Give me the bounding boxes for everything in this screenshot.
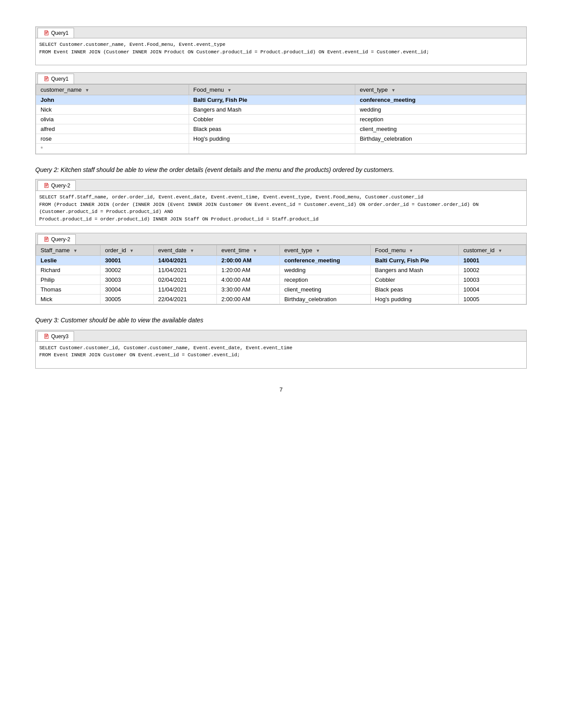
query1-section: 🖹 Query1 SELECT Customer.customer_name, …: [35, 26, 527, 154]
query3-sql-window: 🖹 Query3 SELECT Customer.customer_id, Cu…: [35, 330, 527, 369]
query1-col-event-type[interactable]: event_type ▼: [355, 85, 526, 95]
query3-tab-bar: 🖹 Query3: [36, 330, 526, 342]
sort-icon-time: ▼: [253, 248, 257, 253]
query2-tab-label: Query-2: [51, 183, 70, 189]
table-row: Leslie3000114/04/20212:00:00 AMconferenc…: [36, 256, 526, 265]
query1-sql-line1: SELECT Customer.customer_name, Event.Foo…: [39, 41, 523, 49]
query1-result-window: 🖹 Query1 customer_name ▼ Food_menu ▼ eve…: [35, 72, 527, 154]
query2-col-staff-name[interactable]: Staff_name ▼: [36, 245, 100, 256]
query1-result-tab[interactable]: 🖹 Query1: [37, 74, 74, 84]
query2-section: 🖹 Query-2 SELECT Staff.Staff_name, order…: [35, 179, 527, 305]
query3-sql-line2: FROM Event INNER JOIN Customer ON Event.…: [39, 351, 523, 359]
sort-icon-date: ▼: [190, 248, 194, 253]
query3-sql-line1: SELECT Customer.customer_id, Customer.cu…: [39, 344, 523, 352]
page-number: 7: [35, 386, 527, 393]
query2-sql-body: SELECT Staff.Staff_name, order.order_id,…: [36, 191, 526, 225]
query2-result-tab[interactable]: 🖹 Query-2: [37, 234, 76, 244]
sort-icon-customer: ▼: [85, 88, 89, 93]
query2-sql-line3: Product.product_id = order.product_id) I…: [39, 216, 523, 223]
query3-tab-icon: 🖹: [43, 333, 49, 340]
query2-col-customer-id[interactable]: customer_id ▼: [459, 245, 526, 256]
table-row: Philip3000302/04/20214:00:00 AMreception…: [36, 275, 526, 285]
table-row: Thomas3000411/04/20213:30:00 AMclient_me…: [36, 285, 526, 295]
query1-col-customer-name[interactable]: customer_name ▼: [36, 85, 189, 95]
query2-table-header-row: Staff_name ▼ order_id ▼ event_date ▼ eve…: [36, 245, 526, 256]
query2-col-event-time[interactable]: event_time ▼: [217, 245, 280, 256]
query3-section: 🖹 Query3 SELECT Customer.customer_id, Cu…: [35, 330, 527, 369]
sort-icon-food: ▼: [227, 88, 232, 93]
query2-tab-bar: 🖹 Query-2: [36, 179, 526, 191]
query2-result-window: 🖹 Query-2 Staff_name ▼ order_id ▼ event_…: [35, 233, 527, 305]
sort-icon-event: ▼: [391, 88, 395, 93]
query1-tab-label: Query1: [51, 30, 68, 36]
query2-tab-icon: 🖹: [43, 182, 49, 189]
table-row: NickBangers and Mashwedding: [36, 105, 526, 115]
query2-col-event-date[interactable]: event_date ▼: [153, 245, 217, 256]
query3-description: Query 3: Customer should be able to view…: [35, 315, 527, 325]
query1-col-food-menu[interactable]: Food_menu ▼: [189, 85, 355, 95]
query1-result-tab-label: Query1: [51, 76, 68, 82]
query2-col-order-id[interactable]: order_id ▼: [100, 245, 153, 256]
query2-col-food-menu[interactable]: Food_menu ▼: [370, 245, 458, 256]
table-row: JohnBalti Curry, Fish Pieconference_meet…: [36, 95, 526, 105]
query1-tab-bar: 🖹 Query1: [36, 27, 526, 38]
query2-tab[interactable]: 🖹 Query-2: [37, 180, 76, 190]
query1-result-table: customer_name ▼ Food_menu ▼ event_type ▼…: [36, 84, 526, 154]
query1-sql-line2: FROM Event INNER JOIN (Customer INNER JO…: [39, 49, 523, 56]
table-row: oliviaCobblerreception: [36, 115, 526, 124]
query3-tab[interactable]: 🖹 Query3: [37, 331, 74, 341]
query2-col-event-type[interactable]: event_type ▼: [279, 245, 370, 256]
query1-tab-icon: 🖹: [43, 30, 49, 37]
query2-result-tab-bar: 🖹 Query-2: [36, 233, 526, 245]
sort-icon-etype: ▼: [316, 248, 320, 253]
query2-sql-line1: SELECT Staff.Staff_name, order.order_id,…: [39, 194, 523, 201]
table-row: alfredBlack peasclient_meeting: [36, 124, 526, 134]
query1-tab[interactable]: 🖹 Query1: [37, 28, 74, 38]
query1-result-tab-icon: 🖹: [43, 75, 49, 82]
query2-sql-line2: FROM (Product INNER JOIN (order (INNER J…: [39, 201, 523, 216]
table-row: roseHog's puddingBirthday_celebration: [36, 134, 526, 144]
sort-icon-order: ▼: [130, 248, 134, 253]
query2-description: Query 2: Kitchen staff should be able to…: [35, 165, 527, 175]
sort-icon-food2: ▼: [409, 248, 413, 253]
query1-table-header-row: customer_name ▼ Food_menu ▼ event_type ▼: [36, 85, 526, 95]
table-row: Richard3000211/04/20211:20:00 AMweddingB…: [36, 265, 526, 275]
sort-icon-cust: ▼: [498, 248, 502, 253]
query3-sql-body: SELECT Customer.customer_id, Customer.cu…: [36, 342, 526, 368]
table-row: Mick3000522/04/20212:00:00 AMBirthday_ce…: [36, 295, 526, 304]
query2-result-tab-label: Query-2: [51, 236, 70, 243]
sort-icon-staff: ▼: [73, 248, 78, 253]
table-row-new: *: [36, 144, 526, 154]
query1-sql-body: SELECT Customer.customer_name, Event.Foo…: [36, 38, 526, 65]
query3-tab-label: Query3: [51, 333, 68, 340]
query1-sql-window: 🖹 Query1 SELECT Customer.customer_name, …: [35, 26, 527, 65]
query2-result-table: Staff_name ▼ order_id ▼ event_date ▼ eve…: [36, 245, 526, 304]
query2-result-tab-icon: 🖹: [43, 236, 49, 243]
query1-result-tab-bar: 🖹 Query1: [36, 73, 526, 84]
query2-sql-window: 🖹 Query-2 SELECT Staff.Staff_name, order…: [35, 179, 527, 226]
